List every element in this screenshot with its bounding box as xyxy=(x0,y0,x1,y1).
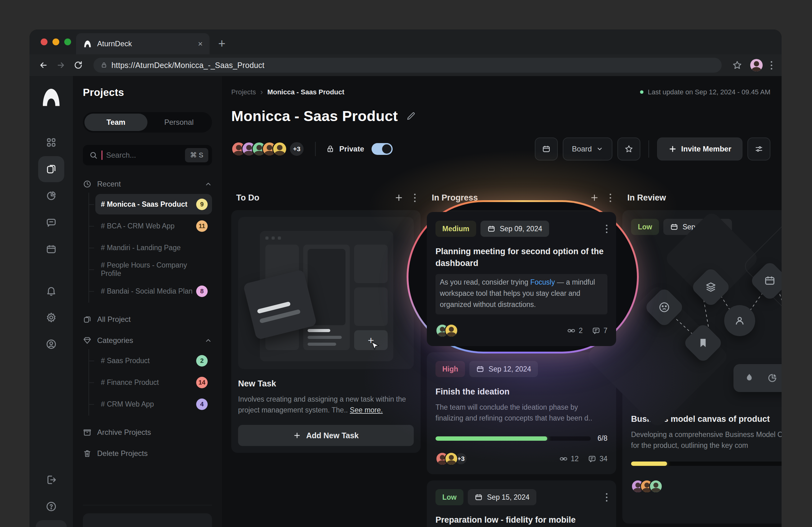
projects-pages-icon[interactable] xyxy=(38,156,64,182)
task-title: Finish the ideation xyxy=(435,386,607,398)
tab-personal[interactable]: Personal xyxy=(147,114,211,131)
category-item-saas-product[interactable]: # Saas Product 2 xyxy=(95,350,212,371)
browser-menu-icon[interactable] xyxy=(771,61,772,70)
comments-stat[interactable]: 34 xyxy=(588,455,607,463)
notifications-bell-icon[interactable] xyxy=(38,278,64,304)
count-badge: 9 xyxy=(196,199,208,210)
analytics-pie-icon[interactable] xyxy=(38,183,64,209)
plus-icon xyxy=(668,145,677,153)
task-card-finish-ideation[interactable]: High Sep 12, 2024 Finish the ideation Th… xyxy=(427,352,616,474)
add-card-icon[interactable] xyxy=(394,193,404,202)
sidebar-item-monicca-saas-product[interactable]: # Monicca - Saas Product 9 xyxy=(95,194,212,215)
filter-settings-button[interactable] xyxy=(748,137,770,160)
member-avatars[interactable] xyxy=(231,142,287,157)
sidebar-item-bca-crm-web-app[interactable]: # BCA - CRM Web App 11 xyxy=(95,216,212,236)
private-toggle[interactable] xyxy=(372,143,393,155)
more-members-badge[interactable]: +3 xyxy=(289,141,304,157)
invite-member-button[interactable]: Invite Member xyxy=(657,137,742,160)
back-icon[interactable] xyxy=(39,60,48,70)
priority-badge: Low xyxy=(435,489,463,505)
sidebar-item-mandiri-landing-page[interactable]: # Mandiri - Landing Page xyxy=(95,237,212,258)
avatar xyxy=(445,452,458,466)
tab-close-icon[interactable]: × xyxy=(198,39,203,49)
profile-user-icon[interactable] xyxy=(38,331,64,357)
browser-urlbar: https://AturnDeck/Monicca_-_Saas_Product xyxy=(29,54,782,76)
link-icon xyxy=(567,326,576,335)
card-menu-icon[interactable] xyxy=(606,493,607,501)
browser-window: AturnDeck × + https://AturnDeck/Monicca_… xyxy=(29,29,782,527)
category-item-crm-web-app[interactable]: # CRM Web App 4 xyxy=(95,394,212,414)
task-card-planning-meeting[interactable]: Medium Sep 09, 2024 Planning meeting for… xyxy=(427,212,616,346)
privacy-label: Private xyxy=(339,145,364,153)
avatar xyxy=(649,480,663,493)
zoom-window-button[interactable] xyxy=(64,39,71,45)
delete-projects-item[interactable]: Delete Projects xyxy=(83,449,212,458)
task-card-preparation-low-fidelity[interactable]: Low Sep 15, 2024 Preparation low - fidel… xyxy=(427,481,616,527)
sidebar-item-people-hours-company-profile[interactable]: # People Hours - Company Profile xyxy=(95,259,212,280)
gem-icon xyxy=(83,336,91,345)
task-description: The team will conclude the ideation phas… xyxy=(435,402,607,424)
rail-bottom-cut-button[interactable] xyxy=(36,520,67,527)
messages-icon[interactable] xyxy=(38,209,64,236)
focusly-link[interactable]: Focusly xyxy=(530,278,555,286)
all-project-item[interactable]: All Project xyxy=(83,315,212,324)
search-input[interactable]: Search... ⌘ S xyxy=(83,145,212,165)
avatar xyxy=(272,142,287,157)
chevron-up-icon[interactable] xyxy=(205,337,212,344)
plus-icon xyxy=(293,431,301,439)
recent-section-header[interactable]: Recent xyxy=(83,180,212,188)
archive-projects-label: Archive Projects xyxy=(97,428,151,437)
main-content: Projects › Monicca - Saas Product Last u… xyxy=(222,76,782,527)
item-label: # Bandai - Social Media Plan xyxy=(101,287,196,295)
category-item-finance-product[interactable]: # Finance Product 14 xyxy=(95,372,212,393)
close-window-button[interactable] xyxy=(41,39,47,45)
browser-profile-avatar[interactable] xyxy=(750,59,763,71)
reload-icon[interactable] xyxy=(74,60,83,70)
projects-panel: Projects Team Personal Search... ⌘ S Rec… xyxy=(73,76,222,527)
column-title: In Progress xyxy=(432,193,579,203)
view-select-dropdown[interactable]: Board xyxy=(563,137,612,160)
breadcrumb-root[interactable]: Projects xyxy=(231,88,256,96)
see-more-link[interactable]: See more. xyxy=(350,406,383,414)
calendar-view-button[interactable] xyxy=(535,137,558,160)
edit-pencil-icon[interactable] xyxy=(406,111,416,121)
dashboard-grid-icon[interactable] xyxy=(38,129,64,156)
column-menu-icon[interactable] xyxy=(414,194,416,202)
address-bar[interactable]: https://AturnDeck/Monicca_-_Saas_Product xyxy=(93,58,722,73)
task-progress xyxy=(631,462,782,466)
task-card-business-model-canvas[interactable]: Low Sep 01, 2024 xyxy=(622,210,782,524)
status-dot xyxy=(640,90,643,94)
chevron-up-icon[interactable] xyxy=(205,180,212,188)
logout-icon[interactable] xyxy=(38,467,64,493)
categories-label: Categories xyxy=(97,336,199,345)
favorite-star-button[interactable] xyxy=(618,137,640,160)
task-description: Involves creating and assigning a new ta… xyxy=(238,394,414,415)
add-new-task-button[interactable]: Add New Task xyxy=(238,425,414,446)
forward-icon[interactable] xyxy=(56,60,66,70)
add-card-icon[interactable] xyxy=(590,193,599,202)
url-text: https://AturnDeck/Monicca_-_Saas_Product xyxy=(112,61,264,70)
categories-section-header[interactable]: Categories xyxy=(83,336,212,345)
chevron-down-icon xyxy=(596,146,603,152)
attachments-stat[interactable]: 2 xyxy=(567,326,583,335)
card-menu-icon[interactable] xyxy=(606,225,607,233)
archive-projects-item[interactable]: Archive Projects xyxy=(83,428,212,437)
panel-bottom-cut-card[interactable] xyxy=(83,513,212,527)
help-icon[interactable] xyxy=(38,494,64,519)
attachments-stat[interactable]: 12 xyxy=(559,455,579,463)
settings-gear-icon[interactable] xyxy=(38,305,64,331)
tab-team[interactable]: Team xyxy=(84,114,147,131)
minimize-window-button[interactable] xyxy=(53,39,59,45)
sidebar-item-bandai-social-media-plan[interactable]: # Bandai - Social Media Plan 8 xyxy=(95,281,212,302)
item-label: # BCA - CRM Web App xyxy=(101,222,196,230)
window-controls[interactable] xyxy=(41,39,71,45)
calendar-rail-icon[interactable] xyxy=(38,236,64,262)
bookmark-star-icon[interactable] xyxy=(732,60,742,70)
column-menu-icon[interactable] xyxy=(610,194,611,202)
comments-stat[interactable]: 7 xyxy=(592,326,607,335)
browser-tabbar: AturnDeck × + xyxy=(29,29,782,54)
links-count: 2 xyxy=(579,326,583,335)
new-task-card[interactable]: + New Task xyxy=(231,210,421,453)
browser-tab[interactable]: AturnDeck × xyxy=(76,33,209,54)
new-tab-button[interactable]: + xyxy=(218,36,226,50)
